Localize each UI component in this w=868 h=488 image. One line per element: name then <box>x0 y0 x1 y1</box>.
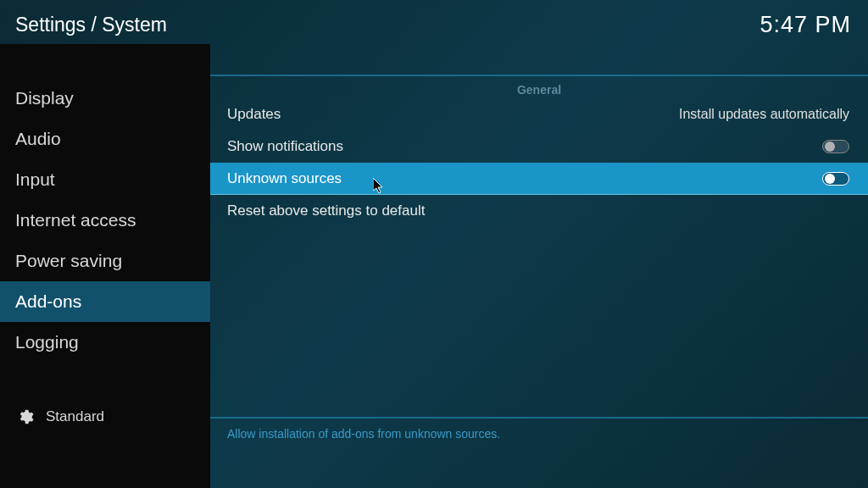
sidebar-item-addons[interactable]: Add-ons <box>0 281 210 322</box>
sidebar-item-label: Add-ons <box>15 291 81 311</box>
setting-value: Install updates automatically <box>679 107 849 122</box>
toggle-knob <box>825 141 835 152</box>
sidebar-item-input[interactable]: Input <box>0 159 210 200</box>
setting-show-notifications[interactable]: Show notifications <box>210 130 868 163</box>
sidebar-item-label: Audio <box>15 129 61 148</box>
sidebar-item-internet[interactable]: Internet access <box>0 200 210 241</box>
settings-level-label: Standard <box>46 408 104 425</box>
sidebar-item-audio[interactable]: Audio <box>0 119 210 159</box>
breadcrumb: Settings / System <box>15 14 167 36</box>
gear-icon <box>17 408 34 425</box>
setting-updates[interactable]: Updates Install updates automatically <box>210 98 868 130</box>
main-panel: General Updates Install updates automati… <box>210 75 868 488</box>
setting-label: Show notifications <box>227 138 343 155</box>
hint-text: Allow installation of add-ons from unkno… <box>227 427 500 441</box>
section-header: General <box>210 76 868 98</box>
sidebar-item-power[interactable]: Power saving <box>0 241 210 281</box>
sidebar-item-label: Internet access <box>15 210 136 230</box>
setting-label: Updates <box>227 106 281 123</box>
toggle-knob <box>825 174 835 184</box>
clock: 5:47 PM <box>760 12 851 38</box>
setting-label: Reset above settings to default <box>227 202 425 219</box>
sidebar-item-label: Display <box>15 88 74 108</box>
hint-bar: Allow installation of add-ons from unkno… <box>210 417 868 449</box>
sidebar-item-label: Logging <box>15 332 79 352</box>
setting-unknown-sources[interactable]: Unknown sources <box>210 163 868 195</box>
sidebar-item-label: Input <box>15 169 55 189</box>
sidebar-item-display[interactable]: Display <box>0 78 210 119</box>
settings-level-button[interactable]: Standard <box>0 400 210 434</box>
sidebar: Display Audio Input Internet access Powe… <box>0 44 210 488</box>
settings-list: Updates Install updates automatically Sh… <box>210 98 868 227</box>
sidebar-item-label: Power saving <box>15 251 122 270</box>
setting-label: Unknown sources <box>227 170 342 187</box>
toggle-unknown-sources[interactable] <box>822 172 849 186</box>
sidebar-item-logging[interactable]: Logging <box>0 322 210 363</box>
toggle-show-notifications[interactable] <box>822 140 849 153</box>
setting-reset-defaults[interactable]: Reset above settings to default <box>210 195 868 227</box>
